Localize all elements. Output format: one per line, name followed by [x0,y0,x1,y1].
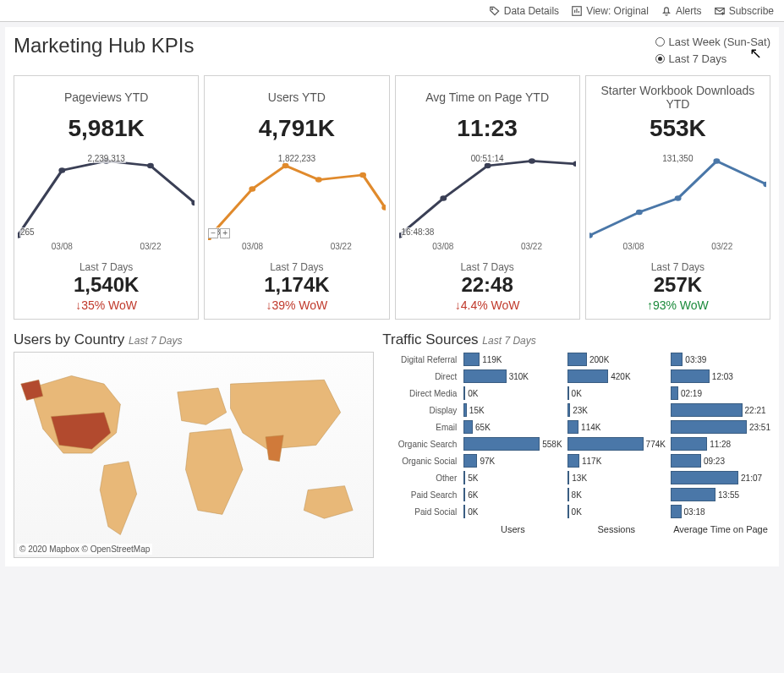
traffic-column-header: Average Time on Page [671,524,770,534]
map-credit: © 2020 Mapbox © OpenStreetMap [17,544,152,555]
view-button[interactable]: View: Original [571,5,649,17]
traffic-bar[interactable]: 23K [567,402,666,418]
kpi-sub-label: Last 7 Days [208,261,385,273]
svg-point-21 [674,195,681,201]
traffic-bar[interactable]: 12:03 [671,369,770,384]
users-by-country-panel: Users by Country Last 7 Days [14,331,374,558]
radio-last-week[interactable]: Last Week (Sun-Sat) [655,34,770,51]
kpi-axis: 03/0803/22 [208,242,385,251]
traffic-bar[interactable]: 22:21 [671,402,770,418]
kpi-value: 4,791K [208,115,385,142]
svg-point-16 [484,163,491,169]
traffic-bar[interactable]: 6K [463,487,562,502]
traffic-bar[interactable]: 0K [567,504,666,519]
users-by-country-title: Users by Country Last 7 Days [14,331,374,348]
traffic-bar[interactable]: 02:19 [671,386,770,401]
chart-expand-controls[interactable]: −+ [208,228,230,238]
traffic-bar[interactable]: 200K [567,352,666,367]
traffic-bar[interactable]: 0K [463,386,562,401]
svg-point-22 [713,158,720,164]
radio-icon [655,37,665,47]
bell-icon [661,5,672,17]
timeframe-radio-group: Last Week (Sun-Sat) Last 7 Days [655,34,770,67]
traffic-category: Paid Social [382,507,458,517]
traffic-bar[interactable]: 0K [567,386,666,401]
kpi-sparkline: 00:51:14 16:48:38 [399,147,576,240]
traffic-sources-panel: Traffic Sources Last 7 Days Digital Refe… [382,331,770,558]
kpi-value: 11:23 [399,115,576,142]
traffic-category: Organic Social [382,457,458,466]
kpi-sparkline: 1,822,233 28 −+ [208,147,385,240]
kpi-card-2[interactable]: Avg Time on Page YTD 11:23 00:51:14 16:4… [395,75,580,320]
traffic-bar[interactable]: 114K [567,419,666,435]
traffic-bar[interactable]: 13:55 [671,487,770,502]
kpi-card-3[interactable]: Starter Workbook Downloads YTD 553K 131,… [585,75,770,320]
traffic-bar[interactable]: 03:18 [671,504,770,519]
svg-point-15 [440,195,447,201]
traffic-bar[interactable]: 0K [463,504,562,519]
traffic-bar[interactable]: 774K [567,436,666,451]
kpi-title: Avg Time on Page YTD [399,83,576,112]
top-toolbar: Data Details View: Original Alerts Subsc… [0,0,784,22]
svg-point-9 [249,186,256,192]
kpi-row: Pageviews YTD 5,981K 2,239,313 265 03/08… [14,75,770,320]
traffic-bar[interactable]: 65K [463,419,562,435]
kpi-wow: ↓39% WoW [208,298,385,312]
radio-last-7-days[interactable]: Last 7 Days [655,51,770,68]
dashboard: Marketing Hub KPIs Last Week (Sun-Sat) L… [5,27,779,566]
traffic-bar[interactable]: 09:23 [671,453,770,468]
traffic-bar[interactable]: 8K [567,487,666,502]
traffic-category: Display [382,406,458,415]
traffic-bar[interactable]: 03:39 [671,352,770,367]
traffic-bar[interactable]: 97K [463,453,562,468]
view-label: View: Original [586,5,649,17]
kpi-sub-value: 257K [589,273,766,297]
kpi-value: 553K [589,115,766,142]
kpi-title: Pageviews YTD [18,83,195,112]
subscribe-button[interactable]: Subscribe [714,5,774,17]
radio-icon [655,54,665,63]
traffic-category: Other [382,473,458,483]
data-details-button[interactable]: Data Details [489,5,559,17]
svg-point-20 [636,210,643,216]
traffic-bar[interactable]: 11:28 [671,436,770,451]
traffic-bar[interactable]: 13K [567,470,666,485]
tag-icon [489,5,501,17]
kpi-card-1[interactable]: Users YTD 4,791K 1,822,233 28 −+ 03/0803… [204,75,389,320]
spark-peak-label: 00:51:14 [470,154,505,163]
kpi-sparkline: 2,239,313 265 [18,147,195,240]
svg-point-18 [573,161,576,167]
traffic-column-header: Sessions [567,524,666,534]
traffic-bar[interactable]: 23:51 [671,419,770,435]
world-map[interactable]: © 2020 Mapbox © OpenStreetMap [14,352,374,558]
traffic-bar[interactable]: 310K [463,369,562,384]
kpi-value: 5,981K [18,115,195,142]
traffic-bar[interactable]: 117K [567,453,666,468]
traffic-bar[interactable]: 15K [463,402,562,418]
kpi-wow: ↓35% WoW [18,298,195,312]
spark-peak-label: 131,350 [661,154,694,163]
kpi-sub-value: 22:48 [399,273,576,297]
traffic-bar[interactable]: 5K [463,470,562,485]
radio-last-7-label: Last 7 Days [669,51,727,68]
traffic-bar[interactable]: 558K [463,436,562,451]
alerts-button[interactable]: Alerts [661,5,702,17]
kpi-sub-value: 1,174K [208,273,385,297]
subscribe-label: Subscribe [729,5,774,17]
traffic-bar[interactable]: 420K [567,369,666,384]
kpi-sub-label: Last 7 Days [18,261,195,273]
kpi-wow: ↑93% WoW [589,298,766,312]
traffic-bar[interactable]: 21:07 [671,470,770,485]
spark-peak-label: 1,822,233 [277,154,317,163]
traffic-category: Paid Search [382,490,458,500]
kpi-axis: 03/0803/22 [18,242,195,251]
kpi-card-0[interactable]: Pageviews YTD 5,981K 2,239,313 265 03/08… [14,75,199,320]
svg-point-4 [58,167,65,173]
traffic-category: Direct [382,372,458,381]
bar-chart-icon [571,5,583,17]
spark-peak-label: 2,239,313 [86,154,126,163]
traffic-category: Direct Media [382,389,458,398]
traffic-bar[interactable]: 119K [463,352,562,367]
kpi-title: Starter Workbook Downloads YTD [589,83,766,112]
svg-point-10 [282,163,289,169]
